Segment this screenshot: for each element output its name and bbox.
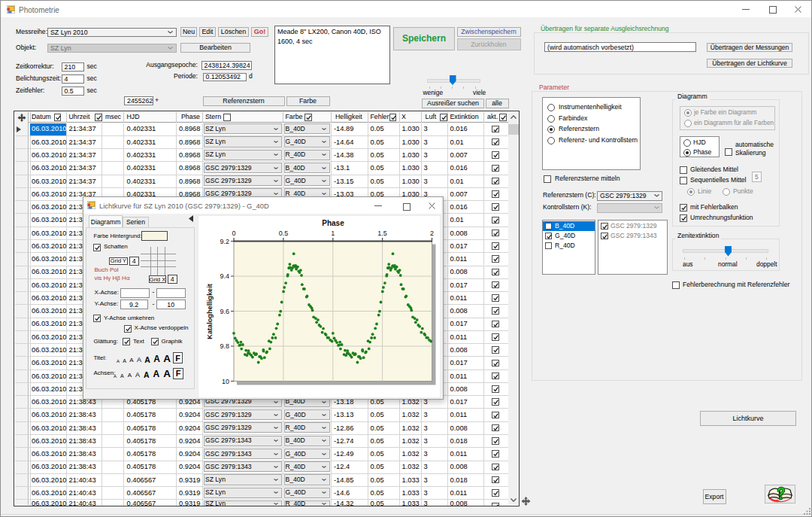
svg-text:9.4: 9.4	[220, 272, 229, 280]
svg-text:0.5: 0.5	[279, 230, 289, 237]
svg-text:1.5: 1.5	[377, 230, 387, 237]
svg-text:1: 1	[331, 230, 335, 237]
svg-text:9.2: 9.2	[220, 238, 229, 245]
svg-text:0: 0	[232, 230, 235, 237]
svg-text:10: 10	[222, 378, 229, 385]
svg-text:9.8: 9.8	[220, 342, 229, 350]
svg-text:2: 2	[430, 230, 434, 237]
svg-text:Phase: Phase	[322, 219, 344, 227]
svg-text:9.6: 9.6	[220, 308, 229, 315]
svg-text:Kataloghelligkeit: Kataloghelligkeit	[206, 284, 214, 339]
